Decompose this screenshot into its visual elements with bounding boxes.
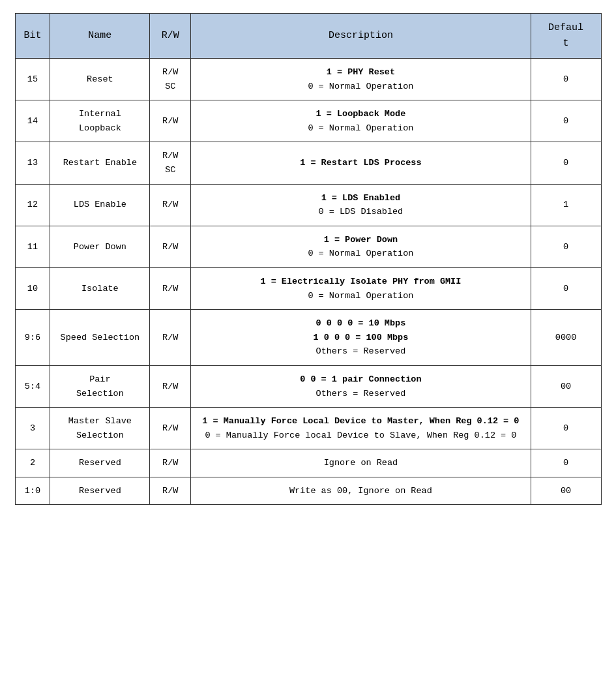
cell-name: Internal Loopback [50,100,150,142]
cell-rw: R/W [150,100,191,142]
table-row: 12LDS EnableR/W1 = LDS Enabled0 = LDS Di… [15,184,601,226]
cell-description: Ignore on Read [191,449,531,477]
cell-default: 1 [531,184,601,226]
cell-name: Reserved [50,449,150,477]
cell-description: 0 0 = 1 pair ConnectionOthers = Reserved [191,365,531,407]
cell-name: LDS Enable [50,184,150,226]
cell-bit: 15 [15,59,50,100]
cell-name: Speed Selection [50,310,150,366]
cell-description: 0 0 0 0 = 10 Mbps1 0 0 0 = 100 MbpsOther… [191,310,531,366]
cell-name: Reserved [50,477,150,505]
cell-description: 1 = Loopback Mode0 = Normal Operation [191,100,531,142]
header-rw: R/W [150,14,191,59]
header-bit: Bit [15,14,50,59]
table-row: 1:0ReservedR/WWrite as 00, Ignore on Rea… [15,477,601,505]
cell-rw: R/W [150,184,191,226]
table-row: 3Master SlaveSelectionR/W1 = Manually Fo… [15,408,601,449]
register-table-container: Bit Name R/W Description Default 15Reset… [15,13,602,505]
cell-description: 1 = Power Down0 = Normal Operation [191,226,531,267]
cell-name: Master SlaveSelection [50,408,150,449]
cell-bit: 13 [15,142,50,184]
cell-description: 1 = Electrically Isolate PHY from GMII0 … [191,267,531,309]
cell-default: 0 [531,449,601,477]
cell-default: 0 [531,100,601,142]
cell-name: Restart Enable [50,142,150,184]
table-row: 13Restart EnableR/WSC1 = Restart LDS Pro… [15,142,601,184]
cell-default: 0 [531,226,601,267]
cell-bit: 10 [15,267,50,309]
cell-description: Write as 00, Ignore on Read [191,477,531,505]
cell-bit: 5:4 [15,365,50,407]
cell-rw: R/WSC [150,59,191,100]
cell-name: Reset [50,59,150,100]
cell-rw: R/W [150,408,191,449]
register-table: Bit Name R/W Description Default 15Reset… [15,13,602,505]
cell-name: Power Down [50,226,150,267]
cell-rw: R/WSC [150,142,191,184]
cell-description: 1 = PHY Reset0 = Normal Operation [191,59,531,100]
header-name: Name [50,14,150,59]
cell-description: 1 = LDS Enabled0 = LDS Disabled [191,184,531,226]
table-row: 11Power DownR/W1 = Power Down0 = Normal … [15,226,601,267]
cell-default: 0 [531,408,601,449]
cell-rw: R/W [150,365,191,407]
cell-default: 00 [531,365,601,407]
header-default: Default [531,14,601,59]
cell-default: 0 [531,142,601,184]
table-row: 2ReservedR/WIgnore on Read0 [15,449,601,477]
header-description: Description [191,14,531,59]
table-header-row: Bit Name R/W Description Default [15,14,601,59]
cell-rw: R/W [150,477,191,505]
table-row: 9:6Speed SelectionR/W0 0 0 0 = 10 Mbps1 … [15,310,601,366]
cell-bit: 12 [15,184,50,226]
cell-bit: 9:6 [15,310,50,366]
cell-description: 1 = Manually Force Local Device to Maste… [191,408,531,449]
table-row: 15ResetR/WSC1 = PHY Reset0 = Normal Oper… [15,59,601,100]
cell-default: 00 [531,477,601,505]
cell-bit: 14 [15,100,50,142]
table-row: 14Internal LoopbackR/W1 = Loopback Mode0… [15,100,601,142]
cell-default: 0000 [531,310,601,366]
table-row: 10IsolateR/W1 = Electrically Isolate PHY… [15,267,601,309]
cell-bit: 1:0 [15,477,50,505]
cell-rw: R/W [150,310,191,366]
cell-default: 0 [531,267,601,309]
cell-default: 0 [531,59,601,100]
cell-name: Isolate [50,267,150,309]
cell-rw: R/W [150,226,191,267]
cell-rw: R/W [150,267,191,309]
table-row: 5:4PairSelectionR/W0 0 = 1 pair Connecti… [15,365,601,407]
cell-description: 1 = Restart LDS Process [191,142,531,184]
cell-bit: 3 [15,408,50,449]
cell-rw: R/W [150,449,191,477]
cell-name: PairSelection [50,365,150,407]
cell-bit: 2 [15,449,50,477]
cell-bit: 11 [15,226,50,267]
